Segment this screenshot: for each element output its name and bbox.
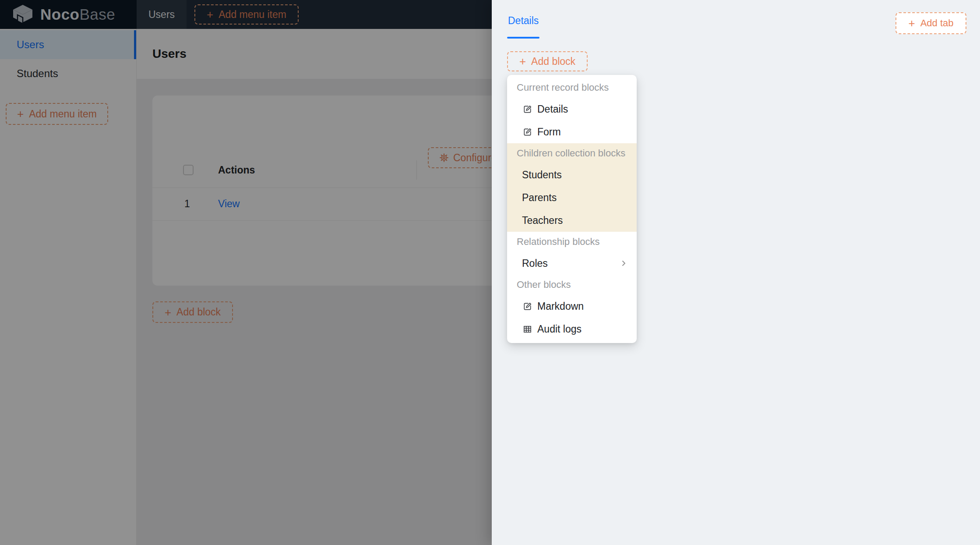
menu-item-details[interactable]: Details — [507, 98, 637, 120]
menu-item-label: Teachers — [522, 215, 563, 226]
menu-item-label: Markdown — [537, 301, 584, 312]
drawer-add-block-label: Add block — [531, 56, 575, 67]
menu-item-label: Audit logs — [537, 323, 582, 335]
record-drawer: Details + Add tab + Add block Current re… — [492, 0, 980, 545]
edit-icon — [522, 127, 532, 137]
menu-item-label: Roles — [522, 258, 548, 269]
menu-group-header: Children collection blocks — [507, 143, 637, 163]
table-icon — [522, 324, 532, 334]
drawer-add-block-button[interactable]: + Add block — [507, 51, 588, 71]
tab-details[interactable]: Details — [508, 15, 539, 27]
menu-group-header: Current record blocks — [507, 78, 637, 98]
app-root: NocoBase Users + Add menu item UsersStud… — [0, 0, 980, 545]
plus-icon: + — [519, 56, 526, 67]
menu-item-label: Parents — [522, 192, 557, 204]
menu-item-label: Details — [537, 103, 568, 115]
menu-group-header: Relationship blocks — [507, 232, 637, 252]
menu-item-label: Students — [522, 169, 562, 181]
menu-section: Current record blocksDetailsForm — [507, 78, 637, 143]
menu-item-label: Form — [537, 126, 561, 138]
add-tab-label: Add tab — [920, 18, 954, 29]
menu-item-roles[interactable]: Roles — [507, 252, 637, 275]
add-block-dropdown-menu: Current record blocksDetailsFormChildren… — [507, 75, 637, 343]
menu-section: Other blocksMarkdownAudit logs — [507, 275, 637, 340]
plus-icon: + — [908, 18, 915, 29]
menu-item-audit-logs[interactable]: Audit logs — [507, 318, 637, 340]
menu-section: Children collection blocksStudentsParent… — [507, 143, 637, 232]
edit-icon — [522, 104, 532, 114]
menu-item-teachers[interactable]: Teachers — [507, 209, 637, 232]
add-tab-button[interactable]: + Add tab — [895, 12, 966, 34]
menu-section: Relationship blocksRoles — [507, 232, 637, 275]
chevron-right-icon — [620, 260, 627, 267]
menu-item-parents[interactable]: Parents — [507, 186, 637, 209]
menu-item-form[interactable]: Form — [507, 120, 637, 143]
active-tab-indicator — [507, 37, 539, 39]
menu-item-students[interactable]: Students — [507, 163, 637, 186]
menu-group-header: Other blocks — [507, 275, 637, 295]
menu-item-markdown[interactable]: Markdown — [507, 295, 637, 318]
edit-icon — [522, 301, 532, 311]
